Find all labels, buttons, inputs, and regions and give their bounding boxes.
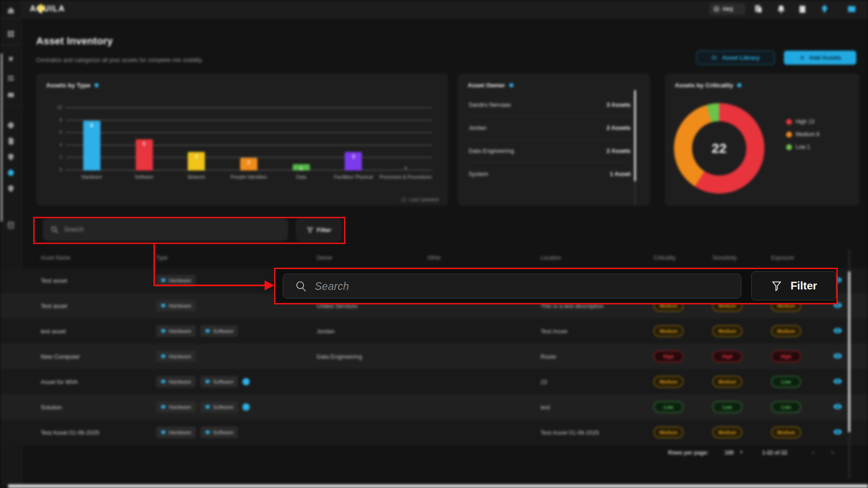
x-axis-label: People/ Identities (219, 174, 278, 180)
legend-label: Low 1 (796, 144, 810, 150)
column-header-type[interactable]: Type (156, 255, 168, 261)
owner-name: Data Engineering (469, 147, 514, 154)
owner-scrollbar-thumb[interactable] (634, 90, 636, 181)
add-assets-button[interactable]: Add Assets (784, 51, 856, 65)
sidebar-item-home-icon[interactable] (6, 6, 15, 15)
callout-filter-button[interactable]: Filter (751, 271, 836, 300)
table-header: Asset NameTypeOwnerOtherLocationCritical… (0, 250, 868, 266)
bell-icon[interactable] (776, 4, 786, 14)
info-dot-icon[interactable] (737, 83, 741, 87)
callout-search-input[interactable]: Search (283, 274, 741, 298)
asset-library-button[interactable]: Asset Library (697, 51, 775, 65)
sidebar-item-dashboard-icon[interactable] (6, 29, 15, 38)
column-header-asset-name[interactable]: Asset Name (41, 255, 70, 261)
asset-name-cell: New Computer (41, 353, 80, 360)
more-types-badge[interactable] (242, 378, 250, 385)
funnel-icon (307, 227, 313, 233)
bar-Software[interactable]: 5 (136, 139, 153, 171)
column-header-location[interactable]: Location (541, 255, 561, 261)
column-header-other[interactable]: Other (427, 255, 441, 261)
search-icon (50, 225, 59, 234)
last-updated-link[interactable]: Last Updated (401, 197, 439, 202)
package-icon[interactable] (797, 4, 807, 14)
type-chip: Software (200, 401, 238, 413)
type-cell: HardwareSoftware (156, 376, 250, 388)
info-dot-icon[interactable] (509, 83, 513, 87)
aquila-logo[interactable]: AQUILA (30, 4, 65, 14)
location-cell: Test Asset 01-06-2025 (541, 429, 599, 436)
topbar-faq-pill[interactable]: FAQ (709, 3, 745, 15)
type-cell: Hardware (156, 351, 196, 362)
assets-by-criticality-card: Assets by Criticality 22 High 13Medium 8… (665, 74, 859, 206)
y-axis-tick: 6 (53, 130, 62, 135)
sidebar-item-asset-inventory-icon[interactable] (6, 168, 15, 177)
asset-type-icon (205, 379, 210, 384)
owner-row[interactable]: Jordan2 Assets (468, 117, 631, 140)
zoom-callout: Search Filter (274, 268, 838, 304)
column-header-criticality[interactable]: Criticality (654, 255, 676, 261)
table-row[interactable]: Asset for MVAHardwareSoftware23MediumMed… (0, 369, 868, 394)
sidebar-scrollbar[interactable] (1, 53, 2, 222)
type-chip: Hardware (156, 325, 196, 337)
sidebar-item-card-icon[interactable] (6, 90, 15, 99)
horizontal-scrollbar[interactable] (8, 484, 868, 488)
help-circle-icon (713, 6, 720, 12)
view-asset-button[interactable] (833, 403, 842, 410)
funnel-icon (771, 280, 783, 292)
x-axis-label: Data (272, 174, 331, 180)
view-asset-button[interactable] (833, 378, 842, 385)
info-dot-icon[interactable] (95, 83, 99, 87)
sidebar-item-document-icon[interactable] (6, 137, 15, 146)
bar-value: 5 (136, 142, 153, 147)
column-header-sensitivity[interactable]: Sensitivity (712, 255, 737, 261)
table-row[interactable]: test assetHardwareSoftwareJordanTest Ass… (0, 318, 868, 344)
owner-row[interactable]: System1 Asset (468, 163, 631, 186)
column-header-exposure[interactable]: Exposure (771, 255, 794, 261)
gridline (66, 107, 432, 108)
bar-Hardware[interactable]: 8 (83, 121, 100, 171)
criticality-badge: Medium (654, 426, 683, 438)
more-types-badge[interactable] (242, 403, 250, 411)
bar-Network[interactable]: 3 (188, 152, 205, 171)
sidebar-item-cube-icon[interactable] (6, 54, 15, 63)
rows-per-page-value[interactable]: 100 (725, 450, 734, 456)
type-cell: Hardware (156, 300, 196, 312)
assets-by-type-card: Assets by Type 10864208Hardware5Software… (36, 74, 448, 206)
legend-label: Medium 8 (796, 131, 820, 137)
table-row[interactable]: New ComputerHardwareData EngineeringRout… (0, 344, 868, 369)
owner-row[interactable]: Data Engineering2 Assets (468, 140, 631, 163)
prev-page-button[interactable]: ‹ (812, 448, 815, 457)
column-header-owner[interactable]: Owner (317, 255, 332, 261)
sensitivity-badge: Low (712, 401, 742, 413)
owner-row[interactable]: Sandro Nervaas3 Assets (468, 94, 631, 117)
criticality-badge: Low (654, 401, 683, 413)
view-asset-button[interactable] (833, 352, 842, 360)
asset-name-cell: Solution (41, 404, 62, 411)
table-row[interactable]: Test Asset 01-06-2025HardwareSoftwareTes… (0, 420, 868, 445)
rows-per-page-caret-icon[interactable]: ▼ (739, 450, 744, 455)
sidebar-item-badge-icon[interactable] (6, 184, 15, 193)
sidebar-item-globe-icon[interactable] (6, 121, 15, 130)
filter-button[interactable]: Filter (297, 218, 341, 241)
sidebar-item-shield-icon[interactable] (6, 152, 15, 161)
gridline (66, 132, 432, 133)
copy-icon[interactable] (754, 4, 764, 14)
table-scrollbar-thumb[interactable] (848, 271, 850, 432)
bar-Data[interactable]: 1 (293, 164, 310, 171)
type-cell: HardwareSoftware (156, 426, 238, 438)
table-row[interactable]: SolutionHardwareSoftwaretestLowLowLow (0, 394, 868, 420)
bar-People/ Identities[interactable]: 2 (240, 158, 257, 171)
grid-menu-icon[interactable] (847, 4, 857, 14)
bar-Facilities/ Physical[interactable]: 3 (345, 152, 362, 171)
search-input[interactable]: Search (43, 218, 288, 241)
sidebar-item-database-icon[interactable] (6, 221, 15, 230)
sidebar-item-list-icon[interactable] (6, 74, 15, 83)
gem-icon[interactable] (820, 4, 830, 14)
criticality-legend: High 13Medium 8Low 1 (786, 115, 820, 153)
next-page-button[interactable]: › (831, 448, 834, 457)
eye-icon (833, 428, 842, 436)
x-axis-label: Processes & Procedures (376, 174, 435, 180)
callout-search-placeholder: Search (315, 280, 349, 293)
view-asset-button[interactable] (833, 327, 842, 334)
view-asset-button[interactable] (833, 428, 842, 436)
